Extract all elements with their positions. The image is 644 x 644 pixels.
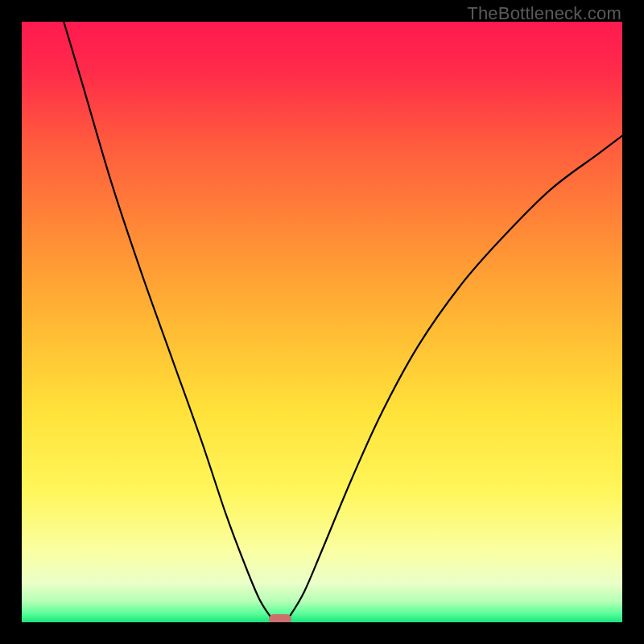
plot-area — [22, 22, 622, 622]
bottleneck-marker — [269, 614, 291, 622]
curve-left — [64, 22, 270, 617]
curve-layer — [22, 22, 622, 622]
curve-right — [289, 136, 622, 617]
watermark-text: TheBottleneck.com — [467, 3, 621, 24]
